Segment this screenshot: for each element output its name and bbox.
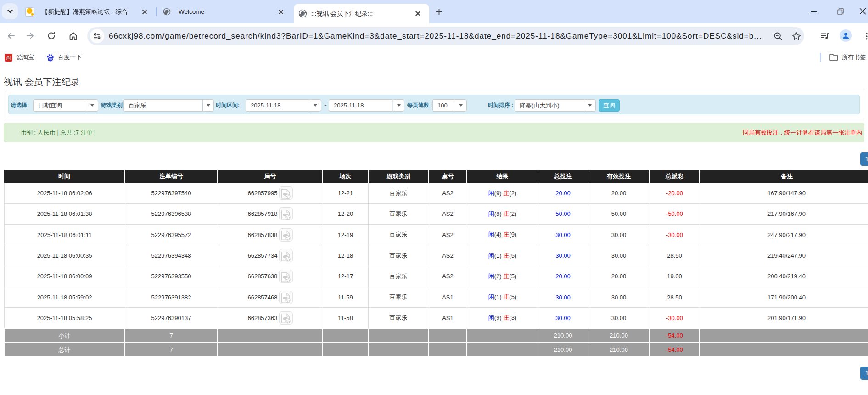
total-bet-link[interactable]: 30.00	[555, 294, 571, 301]
back-icon	[6, 31, 16, 40]
bookmark-baidu[interactable]: du 百度一下	[46, 48, 82, 67]
game-type-dropdown-button[interactable]	[202, 99, 214, 112]
cell-result: 闲(4) 庄(9)	[467, 225, 538, 245]
bookmark-star-button[interactable]	[790, 30, 802, 42]
table-row: 2025-11-18 06:00:09522976393550662857638…	[4, 266, 868, 287]
cell-table: AS2	[429, 245, 467, 266]
sort-dropdown-button[interactable]	[584, 99, 596, 112]
sort-input[interactable]: 降幂(由大到小)	[515, 99, 584, 112]
cell-valid-bet: 20.00	[588, 183, 650, 203]
all-bookmarks-button[interactable]: 所有书签	[829, 48, 866, 67]
video-record-button[interactable]	[279, 311, 293, 325]
cell-session: 11-58	[323, 308, 368, 328]
tab-active-betrecord[interactable]: :::视讯 会员下注纪录:::	[294, 4, 429, 23]
bookmark-taobao[interactable]: 淘 爱淘宝	[5, 48, 34, 67]
zoom-out-button[interactable]	[772, 30, 784, 42]
page-size-input[interactable]: 100	[432, 99, 455, 112]
tab-haiyan-forum[interactable]: 【新提醒】海燕策略论坛 - 综合	[21, 0, 152, 23]
tab-close-icon[interactable]	[277, 8, 285, 16]
date-start-dropdown-button[interactable]	[309, 99, 321, 112]
bookmarks-bar: 淘 爱淘宝 du 百度一下 所有书签	[0, 48, 868, 67]
cell-remark: 217.90/167.90	[700, 203, 868, 224]
cell-game: 百家乐	[368, 203, 429, 224]
tab-close-icon[interactable]	[414, 10, 421, 17]
video-record-button[interactable]	[279, 270, 293, 283]
time-range-label: 时间区间:	[216, 99, 240, 112]
cell-valid-bet: 30.00	[588, 287, 650, 307]
cell-bet-id: 522976396538	[125, 203, 218, 224]
person-icon	[842, 32, 850, 40]
total-bet-link[interactable]: 20.00	[555, 190, 571, 197]
media-controls-button[interactable]	[819, 30, 831, 42]
total-bet-link[interactable]: 30.00	[555, 231, 571, 238]
cell-remark: 167.90/147.90	[700, 183, 868, 203]
date-end-dropdown-button[interactable]	[393, 99, 404, 112]
url-text[interactable]: 66cxkj98.com/game/betrecord_search/kind3…	[109, 27, 770, 45]
video-record-button[interactable]	[279, 186, 293, 200]
cell-game: 百家乐	[368, 245, 429, 266]
page-size-dropdown-button[interactable]	[455, 99, 467, 112]
table-summary-row: 小计7210.00210.00-54.00	[4, 328, 868, 343]
tab-close-icon[interactable]	[141, 8, 148, 16]
tab-welcome[interactable]: Welcome	[160, 0, 289, 23]
cell-round: 662857918	[218, 203, 323, 224]
date-start-input[interactable]: 2025-11-18	[246, 99, 309, 112]
video-record-button[interactable]	[279, 207, 293, 220]
video-record-button[interactable]	[279, 228, 293, 242]
new-tab-button[interactable]	[432, 5, 445, 18]
cell-result: 闲(9) 庄(2)	[467, 183, 538, 203]
window-close-button[interactable]	[856, 5, 868, 18]
address-bar[interactable]: 66cxkj98.com/game/betrecord_search/kind3…	[87, 27, 804, 45]
video-record-button[interactable]	[279, 249, 293, 262]
video-record-button[interactable]	[279, 291, 293, 304]
cell-session: 12-19	[323, 225, 368, 245]
tilde-separator: ~	[324, 99, 327, 112]
total-bet-link[interactable]: 30.00	[555, 315, 571, 322]
cell-bet-id: 522976393550	[125, 266, 218, 287]
query-type-input[interactable]: 日期查询	[33, 99, 86, 112]
caret-down-icon	[207, 104, 210, 107]
total-bet-link[interactable]: 20.00	[555, 273, 571, 280]
cell-session: 12-18	[323, 245, 368, 266]
column-header: 总投注	[538, 170, 588, 183]
window-minimize-button[interactable]	[807, 5, 820, 18]
site-settings-button[interactable]	[90, 29, 104, 43]
cell-payout: 28.50	[650, 245, 700, 266]
cell-time: 2025-11-18 06:00:35	[4, 245, 125, 266]
tab-strip: 【新提醒】海燕策略论坛 - 综合 Welcome :::视讯 会员下注纪录:::	[0, 0, 868, 23]
forward-button[interactable]	[22, 28, 39, 44]
cell-payout: -30.00	[650, 225, 700, 245]
query-type-dropdown-button[interactable]	[86, 99, 98, 112]
column-header: 备注	[700, 170, 868, 183]
caret-down-icon	[588, 104, 592, 107]
cell-time: 2025-11-18 06:02:06	[4, 183, 125, 203]
tab-search-button[interactable]	[2, 3, 18, 19]
cell-bet-id: 522976391382	[125, 287, 218, 307]
pagination-page-1[interactable]: 1	[860, 367, 868, 380]
cell-bet-id: 522976390137	[125, 308, 218, 328]
summary-payout: -54.00	[650, 343, 700, 357]
pagination-page-1[interactable]: 1	[860, 152, 868, 166]
column-header: 有效投注	[588, 170, 650, 183]
profile-avatar[interactable]	[840, 29, 852, 42]
browser-menu-button[interactable]	[861, 30, 868, 42]
cell-game: 百家乐	[368, 266, 429, 287]
reload-button[interactable]	[43, 28, 60, 44]
total-bet-link[interactable]: 50.00	[555, 210, 571, 217]
haiyan-favicon	[25, 7, 34, 17]
query-button[interactable]: 查询	[599, 99, 620, 112]
cell-round: 662857838	[218, 225, 323, 245]
game-type-input[interactable]: 百家乐	[123, 99, 202, 112]
cell-bet-id: 522976395572	[125, 225, 218, 245]
cell-valid-bet: 30.00	[588, 225, 650, 245]
back-button[interactable]	[3, 28, 19, 44]
date-end-input[interactable]: 2025-11-18	[329, 99, 392, 112]
window-restore-button[interactable]	[834, 5, 847, 18]
total-bet-link[interactable]: 30.00	[555, 252, 571, 259]
cell-table: AS1	[429, 308, 467, 328]
home-button[interactable]	[65, 28, 81, 44]
cell-payout: -50.00	[650, 203, 700, 224]
summary-label: 小计	[4, 328, 125, 343]
three-dots-icon	[862, 32, 868, 40]
cell-bet-id: 522976397540	[125, 183, 218, 203]
